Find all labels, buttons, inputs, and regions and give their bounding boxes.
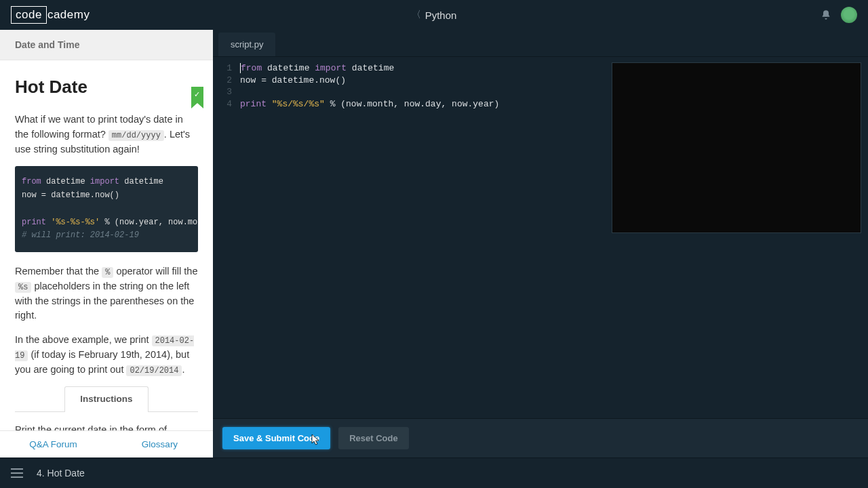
- editor-line: 4 print "%s/%s/%s" % (now.month, now.day…: [213, 98, 612, 110]
- inline-code: %s: [15, 282, 31, 293]
- lesson-section-header: Date and Time: [0, 30, 213, 60]
- exercise-title: 4. Hot Date: [37, 468, 85, 479]
- chevron-left-icon[interactable]: 〈: [412, 9, 421, 21]
- editor-line: 3: [213, 86, 612, 98]
- lesson-title: Hot Date: [15, 74, 198, 100]
- lesson-content: Hot Date What if we want to print today'…: [0, 60, 213, 430]
- code-editor[interactable]: 1 from datetime import datetime 2 now = …: [213, 57, 612, 418]
- lesson-paragraph: What if we want to print today's date in…: [15, 113, 198, 157]
- inline-code: %: [102, 267, 113, 278]
- qa-forum-link[interactable]: Q&A Forum: [0, 439, 106, 449]
- avatar[interactable]: [841, 7, 857, 23]
- course-title: Python: [425, 9, 457, 21]
- bookmark-badge: ✓: [191, 87, 203, 103]
- check-icon: ✓: [194, 90, 200, 99]
- editor-line: 1 from datetime import datetime: [213, 62, 612, 75]
- inline-code: mm/dd/yyyy: [108, 130, 164, 141]
- lesson-paragraph: In the above example, we print 2014-02-1…: [15, 333, 198, 377]
- course-nav[interactable]: 〈 Python: [412, 9, 457, 21]
- line-number: 4: [213, 98, 240, 110]
- editor-tabs: script.py: [213, 30, 868, 57]
- logo-text: cademy: [47, 8, 90, 22]
- line-number: 3: [213, 86, 240, 98]
- glossary-link[interactable]: Glossary: [106, 439, 213, 449]
- reset-code-button[interactable]: Reset Code: [338, 427, 409, 449]
- lesson-paragraph: Remember that the % operator will fill t…: [15, 264, 198, 323]
- line-number: 1: [213, 62, 240, 75]
- output-panel: [612, 62, 861, 233]
- instructions-label[interactable]: Instructions: [64, 386, 148, 411]
- editor-tab[interactable]: script.py: [218, 33, 275, 56]
- workspace: script.py 1 from datetime import datetim…: [213, 30, 868, 458]
- save-submit-button[interactable]: Save & Submit Code: [222, 427, 330, 449]
- instructions-tab: Instructions: [15, 386, 198, 411]
- line-number: 2: [213, 75, 240, 87]
- lesson-panel: Date and Time ✓ Hot Date What if we want…: [0, 30, 213, 458]
- notification-bell-icon[interactable]: [821, 9, 831, 20]
- instructions-section: Print the current date in the form of: [15, 411, 198, 430]
- instructions-text: Print the current date in the form of: [15, 423, 198, 430]
- menu-icon[interactable]: [11, 468, 23, 478]
- action-bar: Save & Submit Code Reset Code: [213, 418, 868, 458]
- logo[interactable]: codecademy: [11, 6, 90, 24]
- bottom-bar: 4. Hot Date: [0, 458, 868, 488]
- lesson-footer: Q&A Forum Glossary: [0, 430, 213, 458]
- top-bar: codecademy 〈 Python: [0, 0, 868, 30]
- logo-box: code: [11, 6, 47, 24]
- inline-code: 02/19/2014: [126, 365, 182, 376]
- editor-line: 2 now = datetime.now(): [213, 75, 612, 87]
- example-code-block: from datetime import datetime now = date…: [15, 166, 198, 252]
